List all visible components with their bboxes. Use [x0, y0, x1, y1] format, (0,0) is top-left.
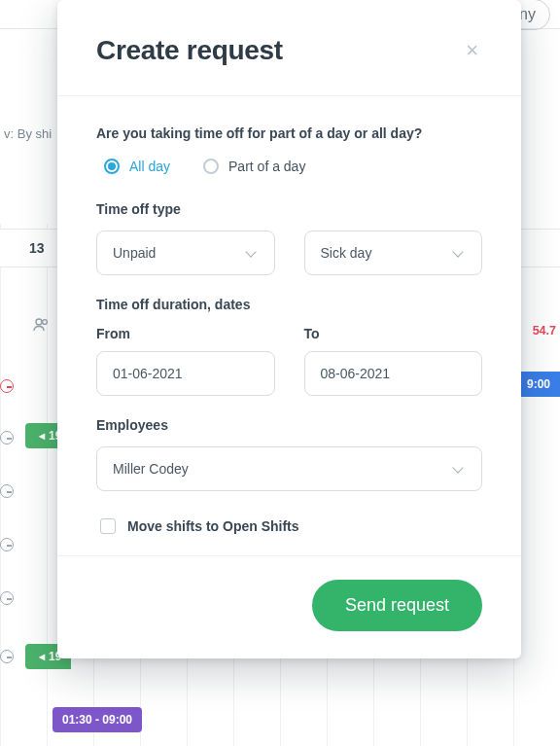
radio-label: Part of a day — [228, 159, 305, 174]
amount-label: 54.7 — [533, 324, 556, 337]
people-icon — [33, 318, 51, 335]
duration-label: Time off duration, dates — [96, 297, 482, 312]
clock-icon — [0, 484, 14, 498]
select-value: Sick day — [321, 245, 372, 261]
select-value: Miller Codey — [113, 461, 189, 477]
clock-icon — [0, 591, 14, 605]
checkbox-label: Move shifts to Open Shifts — [127, 518, 299, 534]
select-value: Unpaid — [113, 245, 156, 261]
radio-label: All day — [129, 159, 170, 174]
radio-part-day[interactable]: Part of a day — [203, 159, 305, 174]
to-group: To 08-06-2021 — [304, 326, 483, 396]
radio-icon — [104, 159, 120, 174]
employees-label: Employees — [96, 417, 482, 433]
day-question: Are you taking time off for part of a da… — [96, 125, 482, 141]
radio-icon — [203, 159, 219, 174]
svg-point-1 — [43, 320, 48, 325]
type-select-2[interactable]: Sick day — [304, 231, 483, 275]
clock-icon — [0, 379, 14, 393]
view-label: v: By shi — [0, 119, 52, 148]
move-shifts-checkbox[interactable]: Move shifts to Open Shifts — [96, 518, 482, 534]
from-group: From 01-06-2021 — [96, 326, 275, 396]
modal-title: Create request — [96, 35, 283, 66]
clock-icon — [0, 538, 14, 551]
chevron-down-icon — [452, 462, 466, 476]
checkbox-icon — [100, 518, 116, 534]
day-radio-group: All day Part of a day — [96, 159, 482, 174]
type-select-1[interactable]: Unpaid — [96, 231, 275, 275]
chevron-down-icon — [245, 246, 259, 260]
svg-point-0 — [36, 319, 42, 325]
clock-icon — [0, 650, 14, 663]
from-date-input[interactable]: 01-06-2021 — [96, 351, 275, 396]
chevron-down-icon — [452, 246, 466, 260]
from-label: From — [96, 326, 275, 341]
to-date-input[interactable]: 08-06-2021 — [304, 351, 483, 396]
create-request-modal: Create request × Are you taking time off… — [57, 0, 521, 658]
modal-body: Are you taking time off for part of a da… — [57, 96, 521, 555]
shift-chip[interactable]: 01:30 - 09:00 — [52, 707, 142, 732]
employees-select[interactable]: Miller Codey — [96, 446, 482, 491]
shift-chip[interactable]: 9:00 — [517, 372, 560, 397]
type-label: Time off type — [96, 201, 482, 217]
modal-footer: Send request — [57, 555, 521, 658]
close-icon[interactable]: × — [462, 36, 482, 65]
radio-all-day[interactable]: All day — [104, 159, 170, 174]
clock-icon — [0, 431, 14, 444]
to-label: To — [304, 326, 483, 341]
modal-header: Create request × — [57, 0, 521, 96]
send-request-button[interactable]: Send request — [312, 580, 482, 631]
